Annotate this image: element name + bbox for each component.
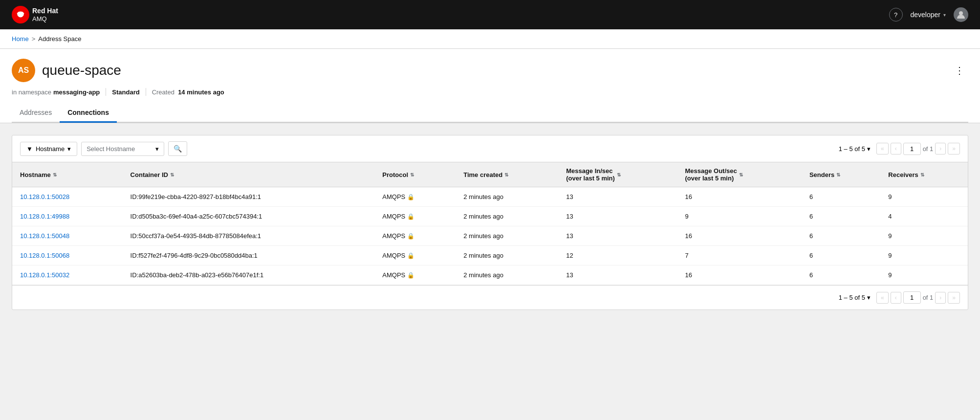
protocol-label-1: AMQPS <box>382 213 405 220</box>
page-title: queue-space <box>42 63 121 78</box>
logo-area: Red Hat AMQ <box>12 6 58 23</box>
cell-container-id-2: ID:50ccf37a-0e54-4935-84db-87785084efea:… <box>123 226 375 246</box>
page-header: AS queue-space ⋮ in namespace messaging-… <box>0 49 980 123</box>
breadcrumb-home[interactable]: Home <box>12 35 29 43</box>
user-avatar[interactable] <box>954 7 968 22</box>
protocol-label-4: AMQPS <box>382 271 405 279</box>
sort-msg-out[interactable]: ⇅ <box>739 172 743 177</box>
last-page-btn-top[interactable]: » <box>948 143 960 155</box>
col-container-id: Container ID ⇅ <box>123 162 375 187</box>
meta-separator-1 <box>106 88 106 96</box>
hostname-link-1[interactable]: 10.128.0.1:49988 <box>20 213 69 220</box>
hostname-link-3[interactable]: 10.128.0.1:50068 <box>20 252 69 259</box>
cell-hostname-1: 10.128.0.1:49988 <box>12 207 123 226</box>
cell-msg-in-2: 13 <box>558 226 677 246</box>
cell-hostname-4: 10.128.0.1:50032 <box>12 265 123 285</box>
created-value: 14 minutes ago <box>178 88 224 96</box>
pagination-top: 1 – 5 of 5 ▾ « ‹ of 1 › » <box>839 143 960 155</box>
last-page-btn-bottom[interactable]: » <box>948 292 960 304</box>
created-info: Created 14 minutes ago <box>152 88 224 96</box>
prev-page-btn-bottom[interactable]: ‹ <box>891 292 901 304</box>
user-menu-button[interactable]: developer ▾ <box>911 11 946 19</box>
protocol-label-0: AMQPS <box>382 193 405 200</box>
cell-hostname-3: 10.128.0.1:50068 <box>12 246 123 265</box>
next-page-btn-bottom[interactable]: › <box>935 292 946 304</box>
hostname-link-0[interactable]: 10.128.0.1:50028 <box>20 193 69 200</box>
table-toolbar-top: ▼ Hostname ▾ Select Hostname ▾ 🔍 1 – 5 o… <box>12 135 968 162</box>
sort-time-created[interactable]: ⇅ <box>504 172 508 177</box>
sort-protocol[interactable]: ⇅ <box>410 172 414 177</box>
pagination-bottom: 1 – 5 of 5 ▾ « ‹ of 1 › » <box>839 291 960 304</box>
table-row: 10.128.0.1:50028 ID:99fe219e-cbba-4220-8… <box>12 187 968 207</box>
cell-receivers-2: 9 <box>880 226 968 246</box>
lock-icon-3: 🔒 <box>407 252 414 259</box>
cell-container-id-1: ID:d505ba3c-69ef-40a4-a25c-607cbc574394:… <box>123 207 375 226</box>
first-page-btn-top[interactable]: « <box>876 143 889 155</box>
count-chevron-top: ▾ <box>867 145 871 153</box>
nav-right: ? developer ▾ <box>889 7 969 22</box>
col-msg-out: Message Out/sec(over last 5 min) ⇅ <box>677 162 802 187</box>
cell-msg-in-0: 13 <box>558 187 677 207</box>
table-row: 10.128.0.1:50068 ID:f527fe2f-4796-4df8-9… <box>12 246 968 265</box>
namespace-label: in namespace <box>12 88 51 96</box>
tab-addresses[interactable]: Addresses <box>12 104 60 123</box>
hostname-select[interactable]: Select Hostname ▾ <box>81 142 164 156</box>
cell-msg-out-2: 16 <box>677 226 802 246</box>
cell-time-created-2: 2 minutes ago <box>456 226 558 246</box>
lock-icon-4: 🔒 <box>407 272 414 279</box>
page-count-bottom: 1 – 5 of 5 ▾ <box>839 294 871 301</box>
tab-connections[interactable]: Connections <box>60 104 117 123</box>
cell-protocol-0: AMQPS 🔒 <box>374 187 456 207</box>
cell-msg-out-3: 7 <box>677 246 802 265</box>
svg-point-0 <box>18 12 23 14</box>
count-label-top: 1 – 5 of 5 <box>839 145 865 153</box>
svg-point-1 <box>959 11 963 15</box>
cell-time-created-1: 2 minutes ago <box>456 207 558 226</box>
table-toolbar-bottom: 1 – 5 of 5 ▾ « ‹ of 1 › » <box>12 285 968 309</box>
cell-protocol-2: AMQPS 🔒 <box>374 226 456 246</box>
page-input-top[interactable] <box>903 143 921 155</box>
hostname-link-2[interactable]: 10.128.0.1:50048 <box>20 232 69 240</box>
created-label: Created <box>152 88 174 96</box>
page-count-dropdown-top[interactable]: 1 – 5 of 5 ▾ <box>839 145 871 153</box>
sort-container-id[interactable]: ⇅ <box>170 172 174 177</box>
username: developer <box>911 11 941 19</box>
table-header: Hostname ⇅ Container ID ⇅ Protocol <box>12 162 968 187</box>
first-page-btn-bottom[interactable]: « <box>876 292 889 304</box>
table-row: 10.128.0.1:50032 ID:a52603ba-deb2-478b-a… <box>12 265 968 285</box>
kebab-menu-button[interactable]: ⋮ <box>951 63 968 78</box>
search-button[interactable]: 🔍 <box>168 141 187 156</box>
hostname-link-4[interactable]: 10.128.0.1:50032 <box>20 271 69 279</box>
next-page-btn-top[interactable]: › <box>935 143 946 155</box>
help-icon[interactable]: ? <box>889 8 903 22</box>
cell-msg-in-3: 12 <box>558 246 677 265</box>
col-senders: Senders ⇅ <box>802 162 880 187</box>
cell-time-created-0: 2 minutes ago <box>456 187 558 207</box>
cell-senders-4: 6 <box>802 265 880 285</box>
page-count-top: 1 – 5 of 5 ▾ <box>839 145 871 153</box>
count-label-bottom: 1 – 5 of 5 <box>839 294 865 301</box>
sort-msg-in[interactable]: ⇅ <box>617 172 621 177</box>
cell-container-id-0: ID:99fe219e-cbba-4220-8927-b18bf4bc4a91:… <box>123 187 375 207</box>
sort-senders[interactable]: ⇅ <box>836 172 840 177</box>
sort-receivers[interactable]: ⇅ <box>920 172 924 177</box>
page-input-bottom[interactable] <box>903 291 921 304</box>
cell-receivers-0: 9 <box>880 187 968 207</box>
cell-senders-3: 6 <box>802 246 880 265</box>
filter-type-button[interactable]: ▼ Hostname ▾ <box>20 142 77 156</box>
col-msg-in: Message In/sec(over last 5 min) ⇅ <box>558 162 677 187</box>
col-time-created: Time created ⇅ <box>456 162 558 187</box>
prev-page-btn-top[interactable]: ‹ <box>891 143 901 155</box>
sort-hostname[interactable]: ⇅ <box>53 172 57 177</box>
cell-container-id-4: ID:a52603ba-deb2-478b-a023-e56b76407e1f:… <box>123 265 375 285</box>
cell-time-created-3: 2 minutes ago <box>456 246 558 265</box>
cell-hostname-2: 10.128.0.1:50048 <box>12 226 123 246</box>
col-hostname: Hostname ⇅ <box>12 162 123 187</box>
filter-label: Hostname <box>36 145 65 153</box>
cell-protocol-3: AMQPS 🔒 <box>374 246 456 265</box>
toolbar-left: ▼ Hostname ▾ Select Hostname ▾ 🔍 <box>20 141 187 156</box>
lock-icon-0: 🔒 <box>407 194 414 200</box>
page-count-dropdown-bottom[interactable]: 1 – 5 of 5 ▾ <box>839 294 871 301</box>
cell-msg-in-4: 13 <box>558 265 677 285</box>
page-of-top: of 1 <box>923 145 934 153</box>
